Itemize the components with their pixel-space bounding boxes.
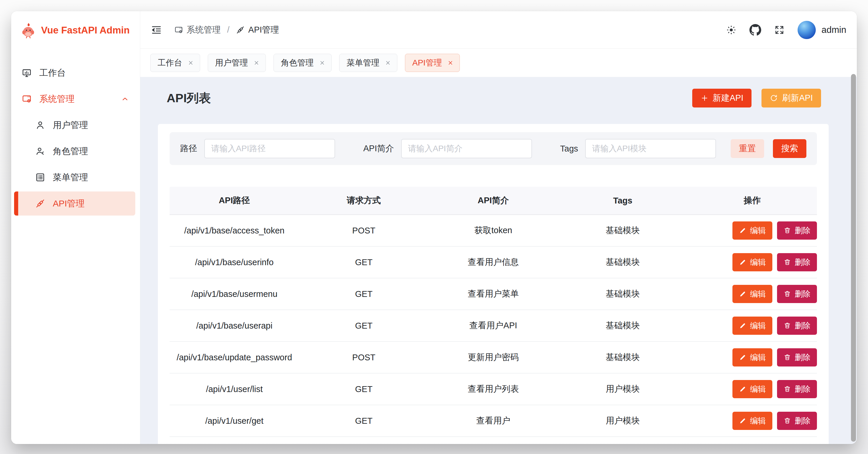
topbar-actions: admin bbox=[726, 21, 846, 39]
tab-close-icon[interactable] bbox=[385, 60, 391, 66]
edit-button[interactable]: 编辑 bbox=[733, 285, 772, 303]
edit-button[interactable]: 编辑 bbox=[733, 317, 772, 335]
trash-icon bbox=[783, 353, 791, 361]
actions-cell: 编辑删除 bbox=[733, 348, 817, 367]
column-header-summary: API简介 bbox=[428, 195, 558, 206]
table-row: /api/v1/base/update_passwordPOST更新用户密码基础… bbox=[169, 342, 817, 373]
edit-button[interactable]: 编辑 bbox=[733, 253, 772, 271]
delete-button[interactable]: 删除 bbox=[777, 380, 817, 398]
table-body: /api/v1/base/access_tokenPOST获取token基础模块… bbox=[169, 215, 817, 437]
api-path-cell: /api/v1/base/userinfo bbox=[169, 258, 299, 267]
fullscreen-icon[interactable] bbox=[774, 25, 785, 35]
pencil-icon bbox=[739, 227, 746, 234]
create-api-button[interactable]: 新建API bbox=[692, 89, 752, 108]
tags-input[interactable] bbox=[585, 139, 716, 158]
user-menu[interactable]: admin bbox=[798, 21, 846, 39]
chick-logo-icon bbox=[20, 22, 37, 39]
collapse-sidebar-icon[interactable] bbox=[151, 24, 162, 35]
app-logo[interactable]: Vue FastAPI Admin bbox=[11, 11, 140, 47]
pencil-icon bbox=[739, 322, 746, 330]
breadcrumb-item-api[interactable]: API管理 bbox=[236, 24, 279, 36]
sidebar-item-workbench[interactable]: 工作台 bbox=[14, 61, 135, 85]
breadcrumb-label: API管理 bbox=[248, 24, 279, 36]
delete-button[interactable]: 删除 bbox=[777, 285, 817, 303]
method-cell: GET bbox=[299, 416, 428, 426]
pencil-icon bbox=[739, 385, 746, 393]
method-cell: GET bbox=[299, 289, 428, 299]
summary-cell: 查看用户API bbox=[428, 320, 558, 332]
breadcrumb-item-system[interactable]: 系统管理 bbox=[174, 24, 221, 36]
table-row: /api/v1/base/access_tokenPOST获取token基础模块… bbox=[169, 215, 817, 247]
summary-cell: 更新用户密码 bbox=[428, 351, 558, 363]
api-path-cell: /api/v1/user/get bbox=[169, 416, 299, 426]
tags-label: Tags bbox=[560, 144, 578, 153]
sidebar-item-label: 系统管理 bbox=[39, 93, 74, 105]
theme-toggle-icon[interactable] bbox=[726, 25, 737, 35]
sidebar-item-user[interactable]: 用户管理 bbox=[14, 113, 135, 137]
sidebar-item-menu[interactable]: 菜单管理 bbox=[14, 165, 135, 190]
pencil-icon bbox=[739, 258, 746, 266]
breadcrumb-separator: / bbox=[227, 25, 229, 35]
summary-input[interactable] bbox=[401, 139, 532, 158]
tab-workbench[interactable]: 工作台 bbox=[150, 54, 200, 72]
trash-icon bbox=[783, 227, 791, 234]
content-area: API列表 新建API 刷新API 路径 bbox=[140, 77, 857, 444]
sidebar-item-api[interactable]: API管理 bbox=[14, 192, 135, 216]
plus-icon bbox=[701, 94, 709, 102]
tab-menu[interactable]: 菜单管理 bbox=[339, 54, 397, 72]
method-cell: GET bbox=[299, 321, 428, 331]
edit-button[interactable]: 编辑 bbox=[733, 412, 772, 430]
tab-close-icon[interactable] bbox=[319, 60, 326, 66]
api-path-cell: /api/v1/base/usermenu bbox=[169, 289, 299, 299]
tags-cell: 基础模块 bbox=[558, 351, 687, 363]
trash-icon bbox=[783, 258, 791, 266]
main-area: 系统管理 / API管理 admin 工作台用户管理角色管理菜单管理API管理 bbox=[140, 11, 857, 444]
summary-cell: 查看用户列表 bbox=[428, 383, 558, 395]
refresh-api-button[interactable]: 刷新API bbox=[762, 89, 821, 108]
tab-user[interactable]: 用户管理 bbox=[208, 54, 266, 72]
filter-actions: 重置 搜索 bbox=[731, 139, 806, 158]
window-gear-icon bbox=[22, 94, 32, 104]
tab-close-icon[interactable] bbox=[447, 60, 454, 66]
sidebar-item-system[interactable]: 系统管理 bbox=[14, 87, 135, 111]
tab-label: 角色管理 bbox=[281, 57, 314, 68]
tags-cell: 基础模块 bbox=[558, 288, 687, 300]
tags-cell: 用户模块 bbox=[558, 383, 687, 395]
pencil-icon bbox=[739, 290, 746, 298]
summary-label: API简介 bbox=[363, 143, 394, 154]
vertical-scrollbar[interactable] bbox=[851, 74, 856, 442]
summary-cell: 查看用户菜单 bbox=[428, 288, 558, 300]
edit-button[interactable]: 编辑 bbox=[733, 221, 772, 239]
delete-button[interactable]: 删除 bbox=[777, 348, 817, 367]
delete-button[interactable]: 删除 bbox=[777, 221, 817, 239]
delete-button[interactable]: 删除 bbox=[777, 253, 817, 271]
tab-close-icon[interactable] bbox=[253, 60, 260, 66]
edit-button[interactable]: 编辑 bbox=[733, 348, 772, 367]
method-cell: POST bbox=[299, 353, 428, 362]
window-gear-icon bbox=[174, 26, 183, 34]
delete-button[interactable]: 删除 bbox=[777, 317, 817, 335]
search-button[interactable]: 搜索 bbox=[773, 139, 806, 158]
trash-icon bbox=[783, 290, 791, 298]
delete-button[interactable]: 删除 bbox=[777, 412, 817, 430]
path-input[interactable] bbox=[204, 139, 335, 158]
page-header: API列表 新建API 刷新API bbox=[167, 89, 821, 108]
api-path-cell: /api/v1/base/userapi bbox=[169, 321, 299, 331]
pencil-icon bbox=[739, 353, 746, 361]
column-header-actions: 操作 bbox=[687, 195, 817, 206]
tags-cell: 基础模块 bbox=[558, 256, 687, 268]
edit-button[interactable]: 编辑 bbox=[733, 380, 772, 398]
sidebar-item-role[interactable]: 角色管理 bbox=[14, 139, 135, 163]
github-icon[interactable] bbox=[749, 24, 761, 36]
filter-tags: Tags bbox=[560, 139, 716, 158]
sidebar-item-label: API管理 bbox=[53, 198, 85, 210]
tab-api[interactable]: API管理 bbox=[405, 54, 460, 72]
table-header: API路径 请求方式 API简介 Tags 操作 bbox=[169, 187, 817, 215]
sidebar: Vue FastAPI Admin 工作台系统管理用户管理角色管理菜单管理API… bbox=[11, 11, 140, 444]
tab-role[interactable]: 角色管理 bbox=[274, 54, 332, 72]
api-path-cell: /api/v1/user/list bbox=[169, 385, 299, 394]
sidebar-item-label: 工作台 bbox=[39, 67, 66, 79]
reset-button[interactable]: 重置 bbox=[731, 139, 764, 158]
tab-close-icon[interactable] bbox=[187, 60, 194, 66]
breadcrumb-label: 系统管理 bbox=[187, 24, 221, 36]
